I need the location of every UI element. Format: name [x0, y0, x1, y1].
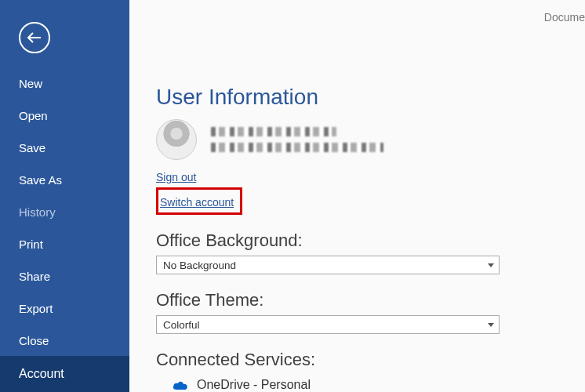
- office-background-heading: Office Background:: [156, 230, 563, 251]
- arrow-left-icon: [27, 31, 42, 44]
- sidebar-item-export[interactable]: Export: [0, 292, 129, 325]
- switch-account-highlight: Switch account: [156, 187, 242, 215]
- chevron-down-icon: [488, 323, 494, 327]
- sidebar-item-open[interactable]: Open: [0, 100, 129, 132]
- office-theme-value: Colorful: [163, 319, 200, 331]
- document-title-partial: Docume: [544, 11, 585, 24]
- sidebar-item-save[interactable]: Save: [0, 132, 129, 164]
- user-information-heading: User Information: [156, 85, 563, 110]
- avatar: [156, 119, 197, 160]
- service-onedrive: OneDrive - Personal: [156, 378, 563, 392]
- user-row: [156, 119, 563, 160]
- sidebar-item-close[interactable]: Close: [0, 325, 129, 357]
- sidebar: New Open Save Save As History Print Shar…: [0, 0, 129, 392]
- sidebar-item-history[interactable]: History: [0, 196, 129, 228]
- sidebar-item-share[interactable]: Share: [0, 260, 129, 292]
- office-background-value: No Background: [163, 260, 236, 271]
- connected-services-heading: Connected Services:: [156, 350, 563, 370]
- sidebar-item-print[interactable]: Print: [0, 228, 129, 260]
- redacted-name: [211, 127, 336, 136]
- cloud-icon: [172, 379, 189, 390]
- office-theme-dropdown[interactable]: Colorful: [156, 315, 500, 334]
- sidebar-item-save-as[interactable]: Save As: [0, 164, 129, 196]
- switch-account-link[interactable]: Switch account: [160, 196, 234, 209]
- sidebar-item-account[interactable]: Account: [0, 356, 129, 392]
- back-button[interactable]: [19, 22, 50, 53]
- main-panel: Docume User Information Sign out Switch …: [129, 0, 585, 392]
- office-theme-heading: Office Theme:: [156, 290, 563, 310]
- redacted-email: [211, 143, 383, 152]
- sign-out-link[interactable]: Sign out: [156, 171, 196, 183]
- office-background-dropdown[interactable]: No Background: [156, 256, 500, 274]
- service-label: OneDrive - Personal: [197, 378, 311, 392]
- chevron-down-icon: [488, 263, 494, 267]
- redacted-user-info: [211, 127, 383, 152]
- sidebar-item-new[interactable]: New: [0, 67, 129, 100]
